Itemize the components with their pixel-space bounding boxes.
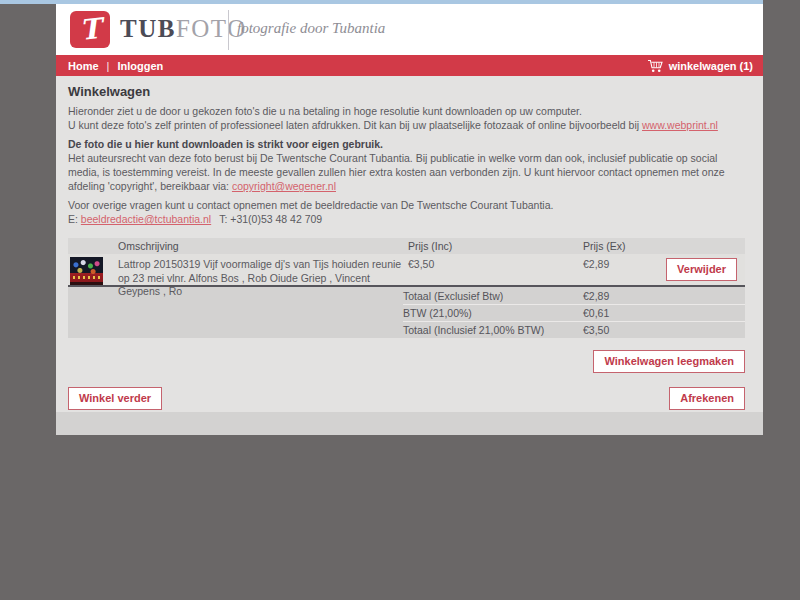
- empty-cart-row: Winkelwagen leegmaken: [68, 350, 745, 373]
- cart-item-row: Lattrop 20150319 Vijf voormalige dj's va…: [68, 254, 745, 287]
- page-card: T TUBFOTO fotografie door Tubantia Home …: [56, 4, 763, 435]
- column-header-price-inc: Prijs (Inc): [408, 240, 583, 252]
- intro-paragraph: Hieronder ziet u de door u gekozen foto'…: [68, 104, 751, 132]
- page-title: Winkelwagen: [68, 84, 751, 99]
- shopping-cart-icon: [647, 59, 664, 73]
- content-area: Winkelwagen Hieronder ziet u de door u g…: [56, 76, 763, 412]
- header-divider: [228, 10, 229, 50]
- main-nav: Home | Inloggen winkelwagen (1): [56, 55, 763, 76]
- remove-item-button[interactable]: Verwijder: [666, 258, 737, 281]
- column-header-price-ex: Prijs (Ex): [583, 240, 745, 252]
- beeldredactie-email-link[interactable]: beeldredactie@tctubantia.nl: [81, 213, 211, 225]
- logo-t-icon: T: [78, 14, 102, 44]
- total-inc-btw-label: Totaal (Inclusief 21,00% BTW): [403, 324, 583, 336]
- btw-value: €0,61: [583, 307, 745, 319]
- item-description: Lattrop 20150319 Vijf voormalige dj's va…: [118, 258, 408, 285]
- empty-cart-button[interactable]: Winkelwagen leegmaken: [593, 350, 745, 373]
- contact-email-prefix: E:: [68, 213, 81, 225]
- cart-link[interactable]: winkelwagen (1): [647, 59, 753, 73]
- copyright-email-link[interactable]: copyright@wegener.nl: [232, 180, 336, 192]
- site-header: T TUBFOTO fotografie door Tubantia: [56, 4, 763, 55]
- footer-strip: [56, 412, 763, 435]
- checkout-button[interactable]: Afrekenen: [669, 387, 745, 410]
- total-ex-btw-row: Totaal (Exclusief Btw) €2,89: [403, 287, 745, 304]
- item-photo-thumbnail: [70, 257, 103, 285]
- contact-phone: T: +31(0)53 48 42 709: [219, 213, 322, 225]
- brand-tagline: fotografie door Tubantia: [237, 20, 385, 37]
- total-ex-btw-value: €2,89: [583, 290, 745, 302]
- intro-line1: Hieronder ziet u de door u gekozen foto'…: [68, 105, 582, 117]
- btw-label: BTW (21,00%): [403, 307, 583, 319]
- bottom-actions-row: Winkel verder Afrekenen: [68, 387, 745, 410]
- webprint-link[interactable]: www.webprint.nl: [642, 119, 718, 131]
- intro-line2: U kunt deze foto's zelf printen of profe…: [68, 119, 642, 131]
- column-header-description: Omschrijving: [118, 240, 408, 252]
- nav-item-login[interactable]: Inloggen: [117, 60, 163, 72]
- cart-link-label: winkelwagen (1): [669, 60, 753, 72]
- nav-item-home[interactable]: Home: [68, 60, 99, 72]
- total-inc-btw-row: Totaal (Inclusief 21,00% BTW) €3,50: [403, 321, 745, 338]
- copyright-paragraph: De foto die u hier kunt downloaden is st…: [68, 137, 751, 193]
- tubfoto-logo[interactable]: T: [70, 11, 110, 48]
- total-ex-btw-label: Totaal (Exclusief Btw): [403, 290, 583, 302]
- contact-line1: Voor overige vragen kunt u contact opnem…: [68, 199, 553, 211]
- cart-table: Omschrijving Prijs (Inc) Prijs (Ex) Latt…: [68, 238, 745, 338]
- total-inc-btw-value: €3,50: [583, 324, 745, 336]
- cart-table-header-row: Omschrijving Prijs (Inc) Prijs (Ex): [68, 238, 745, 254]
- brand-tub: TUB: [120, 15, 176, 42]
- usage-restriction-line: De foto die u hier kunt downloaden is st…: [68, 138, 383, 150]
- copyright-text: Het auteursrecht van deze foto berust bi…: [68, 152, 725, 192]
- continue-shopping-button[interactable]: Winkel verder: [68, 387, 162, 410]
- nav-links: Home | Inloggen: [68, 60, 163, 72]
- item-price-inc: €3,50: [408, 258, 583, 285]
- nav-separator: |: [107, 60, 110, 72]
- contact-paragraph: Voor overige vragen kunt u contact opnem…: [68, 198, 751, 226]
- btw-row: BTW (21,00%) €0,61: [403, 304, 745, 321]
